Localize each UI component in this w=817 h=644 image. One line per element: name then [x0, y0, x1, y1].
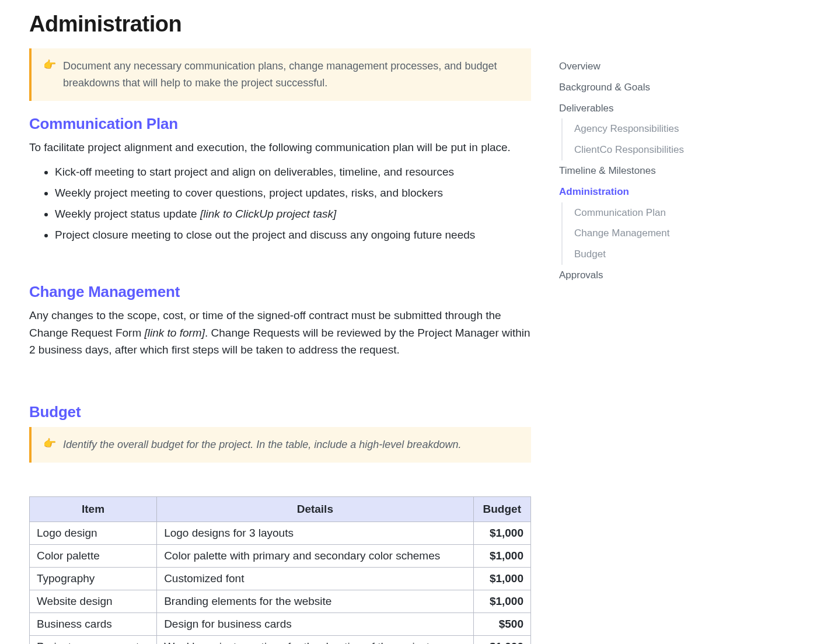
pointer-icon: 👉 [43, 58, 56, 72]
table-row: TypographyCustomized font$1,000 [30, 567, 531, 590]
budget-table: Item Details Budget Logo designLogo desi… [29, 496, 531, 644]
toc-item[interactable]: Overview [559, 56, 711, 77]
heading-change-management: Change Management [29, 283, 531, 301]
intro-callout: 👉 Document any necessary communication p… [29, 48, 531, 101]
pointer-icon: 👉 [43, 436, 56, 451]
heading-communication-plan: Communication Plan [29, 115, 531, 133]
toc-item[interactable]: Approvals [559, 265, 711, 286]
budget-col-details: Details [157, 496, 473, 522]
bullet-link-placeholder: [link to ClickUp project task] [200, 208, 336, 220]
budget-amount: $1,000 [473, 522, 531, 544]
budget-details: Customized font [157, 567, 473, 590]
table-row: Color paletteColor palette with primary … [30, 544, 531, 567]
budget-details: Branding elements for the website [157, 590, 473, 612]
table-row: Website designBranding elements for the … [30, 590, 531, 612]
budget-col-budget: Budget [473, 496, 531, 522]
comm-intro: To facilitate project alignment and exec… [29, 139, 531, 156]
list-item: Project closure meeting to close out the… [55, 225, 531, 246]
budget-details: Color palette with primary and secondary… [157, 544, 473, 567]
toc-item[interactable]: Deliverables [559, 98, 711, 119]
toc-item[interactable]: ClientCo Responsibilities [561, 139, 711, 160]
table-row: Project managementWeekly project meeting… [30, 635, 531, 644]
bullet-text: Kick-off meeting to start project and al… [55, 166, 454, 178]
budget-item: Logo design [30, 522, 157, 544]
budget-item: Website design [30, 590, 157, 612]
toc-item[interactable]: Background & Goals [559, 77, 711, 98]
table-row: Logo designLogo designs for 3 layouts$1,… [30, 522, 531, 544]
list-item: Kick-off meeting to start project and al… [55, 162, 531, 183]
heading-budget: Budget [29, 403, 531, 421]
budget-item: Color palette [30, 544, 157, 567]
budget-callout-text: Identify the overall budget for the proj… [63, 436, 461, 453]
budget-callout: 👉 Identify the overall budget for the pr… [29, 427, 531, 463]
change-link-placeholder: [link to form] [145, 327, 205, 339]
comm-bullet-list: Kick-off meeting to start project and al… [29, 162, 531, 246]
budget-amount: $1,000 [473, 590, 531, 612]
budget-col-item: Item [30, 496, 157, 522]
list-item: Weekly project status update [link to Cl… [55, 204, 531, 225]
page-title: Administration [29, 12, 531, 37]
toc-item[interactable]: Budget [561, 244, 711, 265]
budget-item: Project management [30, 635, 157, 644]
toc-item[interactable]: Administration [559, 181, 711, 202]
table-row: Business cardsDesign for business cards$… [30, 612, 531, 635]
budget-item: Typography [30, 567, 157, 590]
budget-amount: $1,000 [473, 635, 531, 644]
budget-details: Logo designs for 3 layouts [157, 522, 473, 544]
budget-amount: $1,000 [473, 544, 531, 567]
budget-item: Business cards [30, 612, 157, 635]
budget-details: Weekly project meetings for the duration… [157, 635, 473, 644]
callout-text: Document any necessary communication pla… [63, 58, 519, 92]
main-content: Administration 👉 Document any necessary … [29, 12, 531, 644]
toc-item[interactable]: Timeline & Milestones [559, 160, 711, 181]
toc-item[interactable]: Communication Plan [561, 202, 711, 223]
toc-item[interactable]: Agency Responsibilities [561, 118, 711, 139]
bullet-text: Weekly project meeting to cover question… [55, 187, 443, 199]
budget-amount: $1,000 [473, 567, 531, 590]
bullet-text: Project closure meeting to close out the… [55, 229, 475, 241]
budget-amount: $500 [473, 612, 531, 635]
budget-details: Design for business cards [157, 612, 473, 635]
change-paragraph: Any changes to the scope, cost, or time … [29, 307, 531, 358]
bullet-text: Weekly project status update [55, 208, 200, 220]
toc-item[interactable]: Change Management [561, 223, 711, 244]
table-of-contents: OverviewBackground & GoalsDeliverablesAg… [559, 12, 711, 644]
list-item: Weekly project meeting to cover question… [55, 183, 531, 204]
